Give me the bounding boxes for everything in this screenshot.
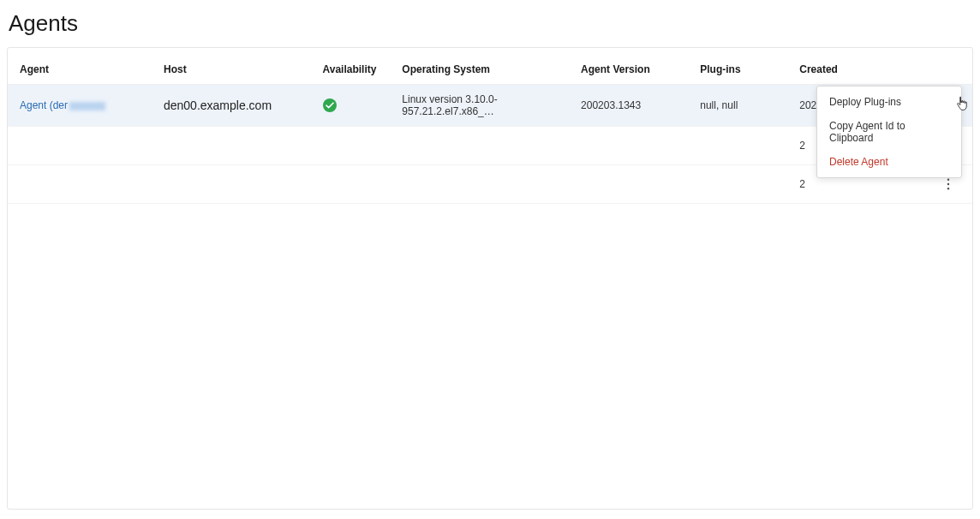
column-header-os[interactable]: Operating System: [395, 48, 574, 85]
svg-point-8: [947, 188, 949, 189]
host-cell: den00.example.com: [164, 98, 272, 112]
page-title: Agents: [9, 10, 980, 37]
column-header-plugins[interactable]: Plug-ins: [693, 48, 792, 85]
agent-link[interactable]: Agent (der: [20, 99, 105, 111]
column-header-availability[interactable]: Availability: [316, 48, 396, 85]
os-cell: Linux version 3.10.0-957.21.2.el7.x86_…: [395, 85, 574, 127]
menu-item-copy-agent-id[interactable]: Copy Agent Id to Clipboard: [817, 114, 961, 150]
column-header-created[interactable]: Created: [792, 48, 931, 85]
column-header-agent[interactable]: Agent: [8, 48, 157, 85]
svg-point-6: [947, 179, 949, 181]
svg-point-7: [947, 183, 949, 185]
agent-name-redacted: [69, 102, 105, 110]
agent-name-prefix: Agent (der: [20, 99, 68, 111]
version-cell: 200203.1343: [574, 85, 693, 127]
availability-up-icon: [323, 98, 337, 112]
agents-panel: Agent Host Availability Operating System…: [7, 47, 973, 510]
column-header-host[interactable]: Host: [157, 48, 316, 85]
plugins-cell: null, null: [693, 85, 792, 127]
row-context-menu: Deploy Plug-ins Copy Agent Id to Clipboa…: [816, 86, 962, 178]
menu-item-deploy-plugins[interactable]: Deploy Plug-ins: [817, 90, 961, 114]
menu-item-delete-agent[interactable]: Delete Agent: [817, 150, 961, 174]
column-header-version[interactable]: Agent Version: [574, 48, 693, 85]
